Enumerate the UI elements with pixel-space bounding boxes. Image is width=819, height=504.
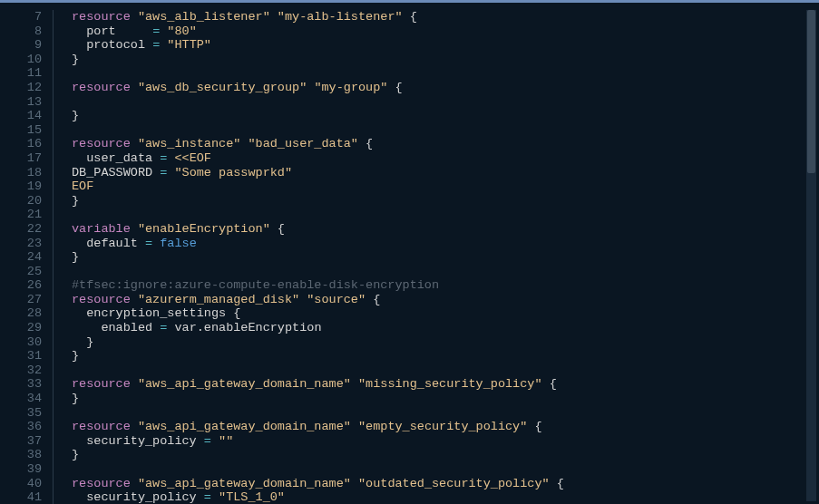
code-line[interactable]: resource "aws_api_gateway_domain_name" "… bbox=[72, 377, 819, 392]
code-line[interactable] bbox=[72, 363, 819, 378]
line-number: 19 bbox=[0, 179, 42, 194]
code-line[interactable]: resource "azurerm_managed_disk" "source"… bbox=[72, 293, 819, 307]
line-number-gutter: 7891011121314151617181920212223242526272… bbox=[0, 10, 53, 504]
line-number: 36 bbox=[0, 420, 42, 434]
code-editor[interactable]: 7891011121314151617181920212223242526272… bbox=[0, 0, 819, 504]
code-line[interactable]: default = false bbox=[72, 237, 819, 251]
code-line[interactable]: } bbox=[72, 448, 819, 462]
code-line[interactable]: variable "enableEncryption" { bbox=[72, 222, 819, 237]
line-number: 34 bbox=[0, 392, 42, 406]
line-number: 15 bbox=[0, 123, 42, 138]
code-line[interactable]: resource "aws_db_security_group" "my-gro… bbox=[72, 81, 819, 95]
line-number: 31 bbox=[0, 349, 42, 363]
code-line[interactable]: DB_PASSWORD = "Some passwprkd" bbox=[72, 166, 819, 180]
line-number: 16 bbox=[0, 137, 42, 151]
code-line[interactable]: #tfsec:ignore:azure-compute-enable-disk-… bbox=[72, 278, 819, 293]
code-line[interactable]: EOF bbox=[72, 179, 819, 194]
line-number: 7 bbox=[0, 10, 42, 24]
line-number: 37 bbox=[0, 434, 42, 449]
line-number: 20 bbox=[0, 194, 42, 208]
line-number: 40 bbox=[0, 477, 42, 491]
line-number: 9 bbox=[0, 38, 42, 53]
line-number: 38 bbox=[0, 448, 42, 462]
line-number: 25 bbox=[0, 265, 42, 279]
line-number: 14 bbox=[0, 109, 42, 123]
code-line[interactable]: } bbox=[72, 109, 819, 123]
code-line[interactable]: security_policy = "TLS_1_0" bbox=[72, 490, 819, 504]
line-number: 18 bbox=[0, 166, 42, 180]
line-number: 35 bbox=[0, 406, 42, 421]
line-number: 8 bbox=[0, 24, 42, 39]
code-line[interactable]: } bbox=[72, 53, 819, 67]
line-number: 33 bbox=[0, 377, 42, 392]
code-line[interactable]: enabled = var.enableEncryption bbox=[72, 321, 819, 335]
code-line[interactable] bbox=[72, 208, 819, 222]
line-number: 32 bbox=[0, 363, 42, 378]
gutter-divider bbox=[53, 10, 54, 504]
code-line[interactable]: resource "aws_alb_listener" "my-alb-list… bbox=[72, 10, 819, 24]
code-line[interactable]: security_policy = "" bbox=[72, 434, 819, 449]
line-number: 10 bbox=[0, 53, 42, 67]
vertical-scrollbar[interactable] bbox=[806, 10, 816, 501]
code-line[interactable]: encryption_settings { bbox=[72, 306, 819, 321]
code-line[interactable]: } bbox=[72, 349, 819, 363]
code-line[interactable]: user_data = <<EOF bbox=[72, 151, 819, 166]
line-number: 12 bbox=[0, 81, 42, 95]
code-line[interactable]: protocol = "HTTP" bbox=[72, 38, 819, 53]
code-line[interactable]: resource "aws_api_gateway_domain_name" "… bbox=[72, 477, 819, 491]
code-line[interactable] bbox=[72, 123, 819, 138]
line-number: 39 bbox=[0, 462, 42, 477]
code-line[interactable]: port = "80" bbox=[72, 24, 819, 39]
line-number: 30 bbox=[0, 335, 42, 350]
line-number: 28 bbox=[0, 306, 42, 321]
code-line[interactable]: resource "aws_instance" "bad_user_data" … bbox=[72, 137, 819, 151]
line-number: 41 bbox=[0, 490, 42, 504]
code-line[interactable]: } bbox=[72, 392, 819, 406]
code-line[interactable]: } bbox=[72, 194, 819, 208]
line-number: 29 bbox=[0, 321, 42, 335]
code-area[interactable]: resource "aws_alb_listener" "my-alb-list… bbox=[72, 10, 819, 504]
scrollbar-thumb[interactable] bbox=[807, 10, 815, 173]
code-line[interactable] bbox=[72, 406, 819, 421]
line-number: 23 bbox=[0, 237, 42, 251]
code-line[interactable] bbox=[72, 95, 819, 110]
line-number: 13 bbox=[0, 95, 42, 110]
line-number: 17 bbox=[0, 151, 42, 166]
line-number: 21 bbox=[0, 208, 42, 222]
code-line[interactable] bbox=[72, 462, 819, 477]
code-line[interactable] bbox=[72, 265, 819, 279]
code-line[interactable]: } bbox=[72, 335, 819, 350]
line-number: 27 bbox=[0, 293, 42, 307]
code-line[interactable] bbox=[72, 66, 819, 81]
line-number: 11 bbox=[0, 66, 42, 81]
code-line[interactable]: resource "aws_api_gateway_domain_name" "… bbox=[72, 420, 819, 434]
line-number: 26 bbox=[0, 278, 42, 293]
line-number: 22 bbox=[0, 222, 42, 237]
line-number: 24 bbox=[0, 250, 42, 265]
code-line[interactable]: } bbox=[72, 250, 819, 265]
